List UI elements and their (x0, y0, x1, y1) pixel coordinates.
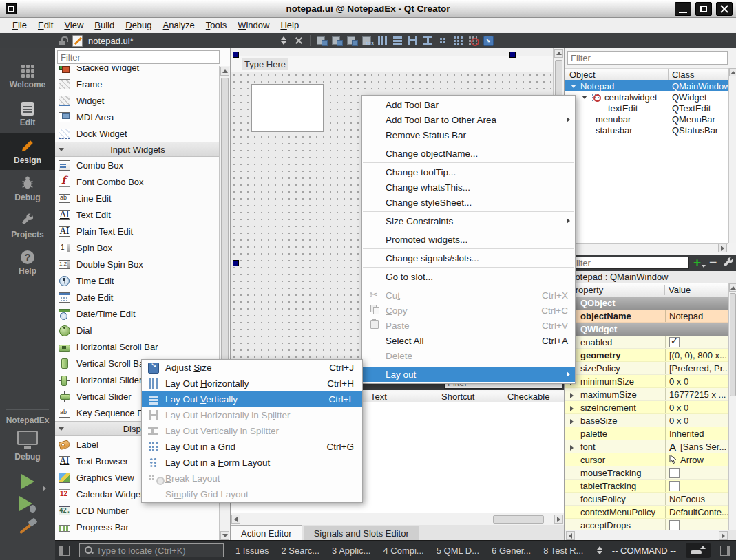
output-pane-test-results[interactable]: 8 Test R... (537, 546, 589, 556)
scrollbar-thumb[interactable] (493, 515, 544, 524)
column-object[interactable]: Object (569, 69, 596, 80)
property-row-tablettracking[interactable]: tabletTracking (565, 480, 728, 493)
scroll-up-icon[interactable] (554, 49, 563, 58)
object-inspector-vscrollbar[interactable] (728, 68, 736, 243)
object-row-menubar[interactable]: menubar QMenuBar (565, 114, 728, 125)
output-pane-issues[interactable]: 1 Issues (229, 546, 275, 556)
selection-handle[interactable] (233, 52, 239, 58)
debug-run-button[interactable] (19, 496, 36, 513)
property-row-sizepolicy[interactable]: sizePolicy [Preferred, Pr... (565, 362, 728, 375)
scroll-left-icon[interactable] (566, 531, 575, 540)
widget-item-mdi-area[interactable]: MDI Area (55, 109, 220, 125)
property-row-geometry[interactable]: geometry [(0, 0), 800 x... (565, 349, 728, 362)
mode-edit[interactable]: Edit (0, 96, 55, 133)
tab-action-editor[interactable]: Action Editor (231, 525, 302, 541)
output-pane-application[interactable]: 3 Applic... (326, 546, 377, 556)
output-pane-compile[interactable]: 4 Compi... (377, 546, 430, 556)
scroll-up-icon[interactable] (220, 67, 229, 76)
tablettracking-checkbox[interactable] (669, 481, 680, 491)
mode-help[interactable]: ? Help (0, 244, 55, 281)
widget-item-plain-text-edit[interactable]: Plain Text Edit (55, 223, 220, 239)
mousetracking-checkbox[interactable] (669, 468, 680, 478)
menu-item-add-tool-bar-other-area[interactable]: Add Tool Bar to Other Area (362, 112, 575, 127)
tab-signals-slots-editor[interactable]: Signals and Slots Editor (304, 526, 419, 541)
expander-icon[interactable] (582, 96, 587, 99)
property-row-palette[interactable]: palette Inherited (565, 427, 728, 440)
menu-debug[interactable]: Debug (120, 19, 157, 32)
object-inspector-hscrollbar[interactable] (565, 243, 728, 253)
widget-item-datetime-edit[interactable]: Date/Time Edit (55, 305, 220, 322)
object-row-statusbar[interactable]: statusbar QStatusBar (565, 125, 728, 136)
remove-dynamic-property-icon[interactable]: − (709, 255, 717, 270)
widget-item-spin-box[interactable]: Spin Box (55, 239, 220, 256)
expand-arrow-icon[interactable] (570, 393, 574, 398)
scroll-up-icon[interactable] (729, 283, 736, 292)
property-row-cursor[interactable]: cursor Arrow (565, 453, 728, 466)
form-horizontal-scrollbar[interactable] (231, 513, 564, 526)
menubar-type-here[interactable]: Type Here (242, 58, 288, 70)
property-row-maximumsize[interactable]: maximumSize 16777215 x ... (565, 388, 728, 401)
menu-analyze[interactable]: Analyze (158, 19, 200, 32)
object-row-textedit[interactable]: textEdit QTextEdit (565, 103, 728, 114)
property-row-focuspolicy[interactable]: focusPolicy NoFocus (565, 493, 728, 506)
expand-arrow-icon[interactable] (570, 419, 574, 424)
menu-item-promoted-widgets[interactable]: Promoted widgets... (362, 232, 575, 247)
scrollbar-thumb[interactable] (730, 293, 736, 396)
menu-edit[interactable]: Edit (32, 19, 59, 32)
locator-box[interactable]: Type to locate (Ctrl+K) (79, 543, 224, 557)
submenu-item-lay-out-grid[interactable]: Lay Out in a GridCtrl+G (142, 439, 362, 455)
widget-item-dial[interactable]: Dial (55, 322, 220, 338)
scroll-left-icon[interactable] (231, 515, 240, 524)
menu-item-change-tooltip[interactable]: Change toolTip... (362, 164, 575, 180)
layout-grid-icon[interactable] (452, 35, 464, 46)
output-pane-qml-debugger[interactable]: 5 QML D... (430, 546, 485, 556)
edit-tab-order-icon[interactable] (361, 35, 373, 46)
property-group-qwidget[interactable]: QWidget (565, 323, 728, 336)
menu-view[interactable]: View (59, 19, 89, 32)
menu-item-select-all[interactable]: Select AllCtrl+A (362, 333, 575, 348)
property-row-sizeincrement[interactable]: sizeIncrement 0 x 0 (565, 401, 728, 414)
menu-tools[interactable]: Tools (200, 19, 232, 32)
widget-item-combo-box[interactable]: Combo Box (55, 157, 220, 173)
output-pane-toggle-button[interactable] (686, 543, 711, 558)
widget-item-stacked-widget[interactable]: Stacked Widget (55, 66, 220, 76)
widget-item-text-edit[interactable]: Text Edit (55, 206, 220, 223)
toggle-left-sidebar-icon[interactable] (59, 546, 70, 556)
layout-form-icon[interactable] (437, 35, 449, 46)
selection-handle[interactable] (509, 52, 516, 58)
maximize-button[interactable] (695, 2, 712, 16)
column-text[interactable]: Text (366, 390, 437, 402)
menu-item-lay-out[interactable]: Lay out (362, 367, 575, 382)
widget-item-horizontal-scroll-bar[interactable]: Horizontal Scroll Bar (55, 338, 220, 355)
widget-item-double-spin-box[interactable]: Double Spin Box (55, 256, 220, 272)
property-filter-input[interactable] (567, 257, 689, 269)
column-shortcut[interactable]: Shortcut (437, 390, 503, 402)
scroll-up-icon[interactable] (729, 68, 736, 76)
menu-item-go-to-slot[interactable]: Go to slot... (362, 269, 575, 284)
property-row-font[interactable]: font A[Sans Ser... (565, 440, 728, 453)
layout-vertically-icon[interactable] (392, 35, 403, 46)
widget-item-progress-bar[interactable]: Progress Bar (55, 519, 220, 535)
property-row-basesize[interactable]: baseSize 0 x 0 (565, 414, 728, 427)
scroll-right-icon[interactable] (719, 531, 728, 540)
column-class[interactable]: Class (668, 69, 695, 80)
object-row-centralwidget[interactable]: centralwidget QWidget (565, 91, 728, 103)
menu-item-remove-status-bar[interactable]: Remove Status Bar (362, 127, 575, 142)
widget-item-time-edit[interactable]: Time Edit (55, 272, 220, 289)
mode-welcome[interactable]: Welcome (0, 58, 55, 96)
menu-item-change-objectname[interactable]: Change objectName... (362, 146, 575, 161)
mode-debug[interactable]: Debug (0, 170, 55, 207)
section-input-widgets[interactable]: Input Widgets (55, 142, 220, 157)
kit-expand-arrow-icon[interactable] (43, 486, 46, 491)
object-row-notepad[interactable]: Notepad QMainWindow (565, 80, 728, 91)
property-row-enabled[interactable]: enabled (565, 336, 728, 349)
column-checkable[interactable]: Checkable (503, 390, 565, 402)
close-document-icon[interactable] (295, 36, 303, 45)
property-row-objectname[interactable]: objectName Notepad (565, 310, 728, 323)
property-row-contextmenupolicy[interactable]: contextMenuPolicy DefaultConte... (565, 506, 728, 519)
add-dynamic-property-icon[interactable]: + (693, 255, 701, 270)
widget-item-line-edit[interactable]: Line Edit (55, 190, 220, 206)
configure-property-editor-icon[interactable] (722, 257, 735, 269)
submenu-item-lay-out-horizontally[interactable]: Lay Out HorizontallyCtrl+H (142, 376, 362, 391)
property-row-acceptdrops[interactable]: acceptDrops (565, 519, 728, 530)
